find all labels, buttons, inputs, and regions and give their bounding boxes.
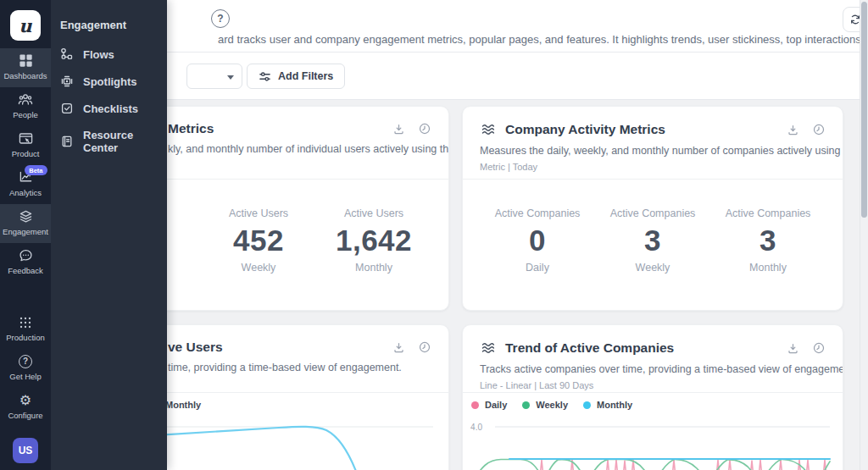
waves-metric-icon: [480, 340, 497, 357]
chat-bubble-icon: [19, 248, 33, 263]
chevron-down-icon: [227, 75, 234, 80]
sidebar-item-label: Configure: [8, 411, 42, 420]
sidebar-item-label: Feedback: [8, 266, 43, 275]
sidebar-item-label: Analytics: [9, 188, 42, 197]
app-window: ? ard tracks user and company engagement…: [0, 0, 868, 470]
menu-item-label: Flows: [83, 48, 114, 61]
card-description: Tracks active companies over time, provi…: [463, 357, 843, 375]
sidebar-item-people[interactable]: People: [0, 87, 51, 126]
gear-icon: ⚙: [19, 393, 31, 407]
book-icon: [60, 135, 74, 148]
download-icon[interactable]: [787, 342, 799, 355]
card-title: Metrics: [168, 121, 214, 136]
main-sidebar: u Dashboards P: [0, 0, 51, 470]
dashboard-description: ard tracks user and company engagement m…: [218, 33, 868, 46]
help-glyph: ?: [217, 13, 223, 25]
menu-item-spotlights[interactable]: Spotlights: [51, 68, 167, 95]
sidebar-item-product[interactable]: Product: [0, 126, 51, 165]
sidebar-item-label: Get Help: [9, 372, 42, 381]
layers-icon: [19, 209, 33, 224]
userpilot-logo[interactable]: u: [10, 10, 41, 41]
sidebar-item-label: Production: [6, 333, 44, 342]
engagement-flyout-menu: Engagement Flows Spot: [51, 0, 167, 470]
scrollbar-thumb[interactable]: [861, 2, 867, 218]
card-title: Company Activity Metrics: [505, 122, 665, 137]
grid-dots-icon: [19, 315, 32, 329]
metric-label: Active Companies: [595, 207, 710, 219]
metric-period: Monthly: [316, 262, 431, 274]
date-range-dropdown[interactable]: [186, 64, 242, 89]
metric-label: Active Users: [316, 207, 431, 219]
history-clock-icon[interactable]: [418, 122, 431, 135]
beta-badge: Beta: [25, 165, 47, 175]
logo-glyph: u: [19, 15, 31, 36]
divider: [463, 392, 843, 393]
product-window-icon: [19, 131, 33, 146]
menu-item-flows[interactable]: Flows: [51, 41, 167, 68]
question-circle-icon: ?: [19, 354, 32, 368]
help-icon[interactable]: ?: [211, 9, 230, 28]
download-icon[interactable]: [787, 124, 799, 136]
scrollbar-track[interactable]: [860, 0, 868, 470]
menu-item-checklists[interactable]: Checklists: [51, 95, 167, 122]
checklist-icon: [60, 102, 74, 115]
weekly-dot-icon: [522, 401, 530, 409]
legend-item-monthly[interactable]: Monthly: [583, 400, 632, 410]
metric-period: Daily: [480, 262, 595, 274]
metric-value: 3: [710, 224, 826, 257]
chart-legend: Daily Weekly Monthly: [463, 400, 843, 410]
metric-daily: Active Companies 0 Daily: [480, 207, 595, 310]
sidebar-item-production[interactable]: Production: [0, 310, 51, 349]
legend-item-weekly[interactable]: Weekly: [522, 400, 568, 410]
waves-metric-icon: [480, 121, 497, 138]
legend-item-daily[interactable]: Daily: [471, 400, 507, 410]
legend-label: Monthly: [597, 400, 632, 410]
monthly-dot-icon: [583, 401, 591, 409]
card-description: Measures the daily, weekly, and monthly …: [463, 138, 843, 157]
dashboards-grid-icon: [19, 53, 33, 68]
card-meta: Line - Linear | Last 90 Days: [463, 375, 843, 390]
card-company-activity-metrics: Company Activity Metrics Measures the da…: [462, 106, 843, 311]
card-meta: Metric | Today: [463, 157, 843, 172]
metric-weekly: Active Users 452 Weekly: [201, 207, 316, 310]
metric-weekly: Active Companies 3 Weekly: [595, 207, 710, 310]
add-filters-label: Add Filters: [278, 70, 333, 82]
download-icon[interactable]: [392, 123, 405, 135]
legend-label: Weekly: [536, 400, 568, 410]
sidebar-item-feedback[interactable]: Feedback: [0, 243, 51, 282]
sliders-filter-icon: [259, 70, 271, 83]
sidebar-item-dashboards[interactable]: Dashboards: [0, 48, 51, 87]
history-clock-icon[interactable]: [812, 341, 826, 355]
metric-value: 0: [480, 224, 595, 257]
metric-period: Weekly: [201, 262, 316, 274]
add-filters-button[interactable]: Add Filters: [247, 64, 345, 89]
user-avatar[interactable]: US: [13, 438, 38, 463]
sidebar-item-label: Dashboards: [3, 71, 47, 80]
daily-dot-icon: [471, 401, 479, 409]
download-icon[interactable]: [392, 341, 405, 354]
sidebar-item-label: Engagement: [3, 227, 48, 236]
sidebar-item-engagement[interactable]: Engagement: [0, 204, 51, 243]
avatar-initials: US: [19, 445, 33, 456]
history-clock-icon[interactable]: [418, 340, 431, 354]
menu-item-label: Checklists: [83, 102, 138, 115]
metric-period: Weekly: [595, 262, 710, 274]
metric-row: Active Companies 0 Daily Active Companie…: [480, 180, 826, 310]
flow-nodes-icon: [60, 47, 74, 61]
sidebar-item-get-help[interactable]: ? Get Help: [0, 349, 51, 388]
sidebar-item-label: People: [13, 110, 38, 119]
active-companies-line-chart: 4.0: [463, 414, 843, 470]
metric-monthly: Active Users 1,642 Monthly: [316, 207, 431, 310]
page-header: ? ard tracks user and company engagement…: [51, 0, 860, 53]
history-clock-icon[interactable]: [812, 123, 826, 136]
sidebar-item-configure[interactable]: ⚙ Configure: [0, 388, 51, 427]
analytics-chart-icon: Beta: [19, 170, 33, 185]
metric-value: 3: [595, 224, 710, 257]
metric-label: Active Companies: [480, 207, 595, 219]
filter-bar: Add Filters: [51, 53, 860, 100]
metric-period: Monthly: [710, 262, 826, 274]
menu-item-resource-center[interactable]: Resource Center: [51, 122, 167, 161]
y-axis-tick: 4.0: [470, 423, 482, 432]
sidebar-item-analytics[interactable]: Beta Analytics: [0, 165, 51, 204]
legend-label: Daily: [485, 400, 507, 410]
